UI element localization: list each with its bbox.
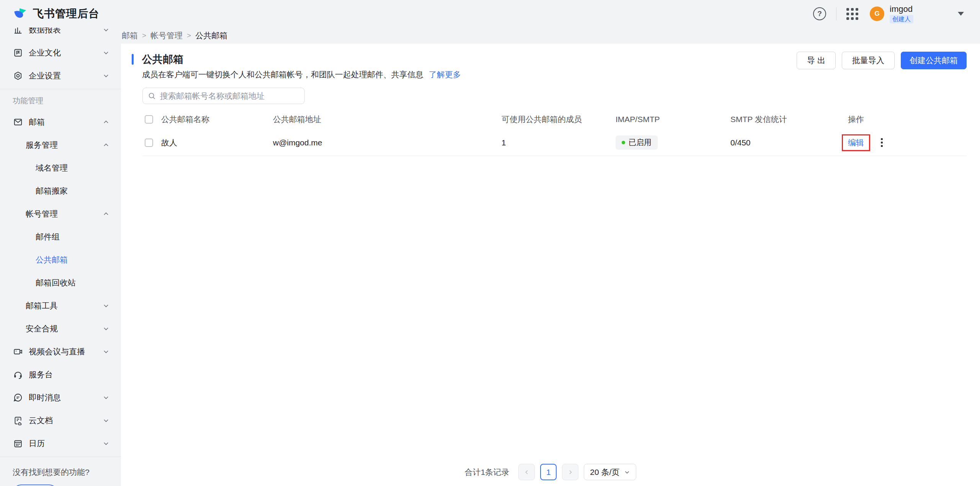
chevron-up-icon xyxy=(103,210,109,217)
user-role-badge: 创建人 xyxy=(890,15,913,23)
chevron-down-icon xyxy=(103,325,109,332)
sidebar-footer-question: 没有找到想要的功能? xyxy=(13,467,121,478)
sidebar-item-company-settings[interactable]: 企业设置 xyxy=(0,64,121,87)
sidebar-item-domain-management[interactable]: 域名管理 xyxy=(0,157,121,179)
caret-down-icon[interactable] xyxy=(958,12,964,16)
column-header-imap-smtp: IMAP/SMTP xyxy=(616,115,730,124)
edit-link[interactable]: 编辑 xyxy=(848,138,864,147)
sidebar-item-public-mailbox[interactable]: 公共邮箱 xyxy=(0,248,121,271)
title-accent-bar xyxy=(132,54,134,65)
app-logo: 飞书管理后台 xyxy=(13,6,100,21)
cell-actions: 编辑 xyxy=(848,134,967,151)
sidebar-item-account-management[interactable]: 帐号管理 xyxy=(0,202,121,225)
sidebar-item-mailbox-tools[interactable]: 邮箱工具 xyxy=(0,294,121,317)
headset-icon xyxy=(13,370,23,380)
sidebar-item-mail[interactable]: 邮箱 xyxy=(0,111,121,134)
public-mailbox-table: 公共邮箱名称 公共邮箱地址 可使用公共邮箱的成员 IMAP/SMTP SMTP … xyxy=(142,109,967,156)
sidebar-divider xyxy=(0,89,121,89)
table-header: 公共邮箱名称 公共邮箱地址 可使用公共邮箱的成员 IMAP/SMTP SMTP … xyxy=(142,109,967,129)
avatar[interactable]: G xyxy=(870,7,884,21)
topbar: 飞书管理后台 ? G imgod 创建人 xyxy=(0,0,980,28)
column-header-members: 可使用公共邮箱的成员 xyxy=(501,114,616,125)
cloud-doc-icon xyxy=(13,416,23,426)
breadcrumb-mail[interactable]: 邮箱 xyxy=(122,30,138,41)
column-header-address: 公共邮箱地址 xyxy=(273,114,501,125)
chevron-down-icon xyxy=(103,49,109,56)
next-page-button[interactable] xyxy=(562,464,578,480)
sidebar-item-data-report[interactable]: 数据报表 xyxy=(0,28,121,41)
chevron-down-icon xyxy=(103,28,109,33)
chevron-down-icon xyxy=(103,302,109,309)
page-description: 成员在客户端可一键切换个人和公共邮箱帐号，和团队一起处理邮件、共享信息了解更多 xyxy=(142,69,461,80)
sidebar-item-mailbox-migration[interactable]: 邮箱搬家 xyxy=(0,179,121,202)
breadcrumb-public-mailbox: 公共邮箱 xyxy=(195,30,227,41)
breadcrumb: 邮箱 > 帐号管理 > 公共邮箱 xyxy=(122,28,227,44)
chevron-up-icon xyxy=(103,142,109,148)
search-input[interactable] xyxy=(160,91,299,101)
kebab-menu-icon[interactable] xyxy=(879,137,884,148)
main-content: 公共邮箱 成员在客户端可一键切换个人和公共邮箱帐号，和团队一起处理邮件、共享信息… xyxy=(121,44,980,486)
page-size-select[interactable]: 20 条/页 xyxy=(584,464,636,480)
search-box[interactable] xyxy=(142,88,305,104)
search-icon xyxy=(148,92,156,100)
sidebar-item-service-desk[interactable]: 服务台 xyxy=(0,363,121,386)
mail-icon xyxy=(13,117,23,127)
table-row: 故人 w@imgod.me 1 已启用 0/450 编辑 xyxy=(142,129,967,156)
settings-hexagon-icon xyxy=(13,71,23,81)
sidebar: 数据报表 企业文化 企业设置 功能管理 xyxy=(0,28,121,486)
bulk-import-button[interactable]: 批量导入 xyxy=(842,52,895,69)
cell-mailbox-address: w@imgod.me xyxy=(273,138,501,147)
chevron-down-icon xyxy=(103,348,109,355)
column-header-smtp-stats: SMTP 发信统计 xyxy=(730,114,848,125)
chevron-down-icon xyxy=(103,440,109,447)
sidebar-item-security-compliance[interactable]: 安全合规 xyxy=(0,317,121,340)
pagination: 合计1条记录 1 20 条/页 xyxy=(121,464,980,480)
sidebar-section-function-management: 功能管理 xyxy=(0,91,121,111)
sidebar-item-cloud-docs[interactable]: 云文档 xyxy=(0,409,121,432)
topbar-divider xyxy=(836,7,836,20)
calendar-icon xyxy=(13,439,23,449)
status-badge: 已启用 xyxy=(616,135,658,150)
sidebar-item-mail-group[interactable]: 邮件组 xyxy=(0,225,121,248)
chevron-down-icon xyxy=(103,394,109,401)
pagination-total: 合计1条记录 xyxy=(465,467,510,478)
video-camera-icon xyxy=(13,347,23,357)
sidebar-footer-button[interactable]: 查看全部 xyxy=(13,484,58,486)
sidebar-item-instant-message[interactable]: 即时消息 xyxy=(0,386,121,409)
cell-mailbox-name: 故人 xyxy=(161,137,273,148)
sidebar-item-video-meeting-live[interactable]: 视频会议与直播 xyxy=(0,340,121,363)
chevron-down-icon xyxy=(103,72,109,79)
user-meta[interactable]: imgod 创建人 xyxy=(890,4,913,24)
sidebar-item-service-management[interactable]: 服务管理 xyxy=(0,134,121,157)
cell-imap-status: 已启用 xyxy=(616,135,730,150)
cell-smtp-stats: 0/450 xyxy=(730,138,848,147)
topbar-right: ? G imgod 创建人 xyxy=(813,4,964,24)
breadcrumb-account-management[interactable]: 帐号管理 xyxy=(150,30,183,41)
product-title: 飞书管理后台 xyxy=(33,7,100,21)
sidebar-item-calendar[interactable]: 日历 xyxy=(0,432,121,455)
prev-page-button[interactable] xyxy=(518,464,535,480)
row-checkbox[interactable] xyxy=(145,139,153,147)
culture-flag-icon xyxy=(13,48,23,58)
chevron-down-icon xyxy=(103,417,109,424)
export-button[interactable]: 导 出 xyxy=(797,52,836,69)
header-actions: 导 出 批量导入 创建公共邮箱 xyxy=(797,52,967,69)
sidebar-divider xyxy=(0,457,121,457)
select-all-checkbox[interactable] xyxy=(145,115,153,124)
bar-chart-icon xyxy=(13,28,23,35)
help-icon[interactable]: ? xyxy=(813,7,826,20)
chevron-down-icon xyxy=(624,469,630,475)
create-public-mailbox-button[interactable]: 创建公共邮箱 xyxy=(901,52,967,69)
sidebar-item-mailbox-recycle-bin[interactable]: 邮箱回收站 xyxy=(0,271,121,294)
sidebar-item-corporate-culture[interactable]: 企业文化 xyxy=(0,41,121,64)
learn-more-link[interactable]: 了解更多 xyxy=(429,70,461,79)
apps-grid-icon[interactable] xyxy=(846,8,858,20)
current-page-button[interactable]: 1 xyxy=(540,464,557,480)
annotation-red-box: 编辑 xyxy=(842,134,870,151)
cell-members-count: 1 xyxy=(501,138,616,147)
status-dot-icon xyxy=(622,141,625,144)
page-title: 公共邮箱 xyxy=(142,52,183,66)
breadcrumb-separator: > xyxy=(142,31,146,40)
feishu-logo-icon xyxy=(13,6,28,21)
column-header-actions: 操作 xyxy=(848,114,967,125)
